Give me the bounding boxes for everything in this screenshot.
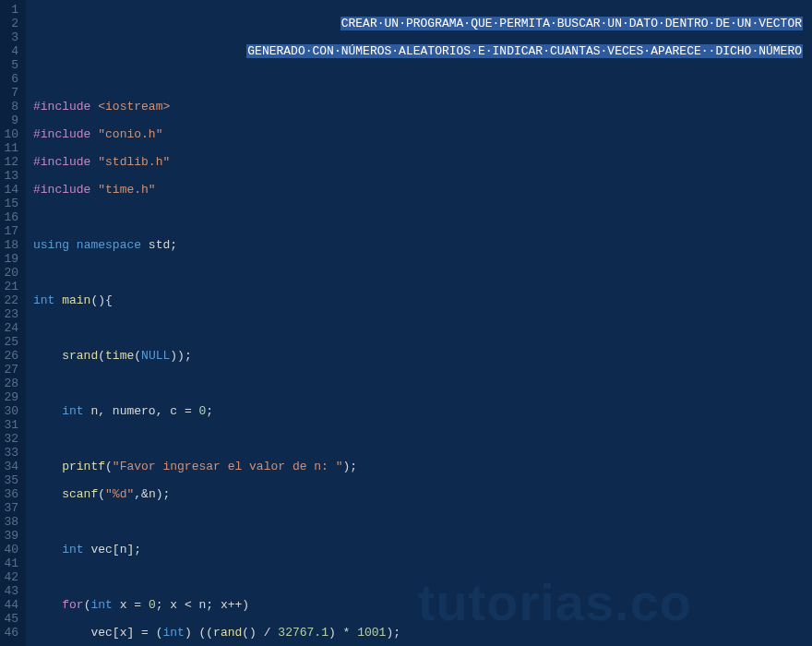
line-number: 22 <box>4 293 18 307</box>
line-number: 24 <box>4 321 18 335</box>
header-line-1: CREAR·UN·PROGRAMA·QUE·PERMITA·BUSCAR·UN·… <box>33 17 808 30</box>
line-number: 1 <box>4 3 18 17</box>
blank-line <box>33 432 808 446</box>
vec-assign: vec[x] = (int) ((rand() / 32767.1) * 100… <box>33 626 808 640</box>
srand-call: srand(time(NULL)); <box>33 349 808 363</box>
line-number: 40 <box>4 543 18 556</box>
line-number: 30 <box>4 404 18 418</box>
line-number: 2 <box>4 17 18 30</box>
blank-line <box>33 377 808 390</box>
line-number: 5 <box>4 58 18 72</box>
line-number: 13 <box>4 169 18 183</box>
printf-prompt-n: printf("Favor ingresar el valor de n: ")… <box>33 460 808 473</box>
line-number: 7 <box>4 86 18 100</box>
line-number: 11 <box>4 141 18 155</box>
line-number: 9 <box>4 114 18 127</box>
line-number: 37 <box>4 501 18 515</box>
line-number: 25 <box>4 335 18 349</box>
scanf-n: scanf("%d",&n); <box>33 487 808 501</box>
line-number: 43 <box>4 584 18 598</box>
line-number: 23 <box>4 307 18 321</box>
main-decl: int main(){ <box>33 293 808 307</box>
include-time: #include "time.h" <box>33 183 808 197</box>
line-number: 36 <box>4 487 18 501</box>
header-line-2: GENERADO·CON·NÚMEROS·ALEATORIOS·E·INDICA… <box>33 44 808 58</box>
line-number: 18 <box>4 238 18 252</box>
blank-line <box>33 72 808 86</box>
vec-decl: int vec[n]; <box>33 543 808 556</box>
line-number: 28 <box>4 377 18 390</box>
using-namespace: using namespace std; <box>33 238 808 252</box>
line-number: 15 <box>4 197 18 210</box>
blank-line <box>33 210 808 224</box>
include-conio: #include "conio.h" <box>33 127 808 141</box>
line-number: 21 <box>4 280 18 293</box>
line-number: 17 <box>4 224 18 238</box>
line-number: 33 <box>4 446 18 460</box>
line-number: 34 <box>4 460 18 473</box>
line-number: 20 <box>4 266 18 280</box>
line-number: 14 <box>4 183 18 197</box>
line-number: 45 <box>4 612 18 626</box>
code-editor-area[interactable]: CREAR·UN·PROGRAMA·QUE·PERMITA·BUSCAR·UN·… <box>26 0 812 646</box>
line-number: 3 <box>4 30 18 44</box>
for-fill: for(int x = 0; x < n; x++) <box>33 598 808 612</box>
blank-line <box>33 266 808 280</box>
line-number: 38 <box>4 515 18 529</box>
include-iostream: #include <iostream> <box>33 100 808 114</box>
line-number: 4 <box>4 44 18 58</box>
blank-line <box>33 321 808 335</box>
include-stdlib: #include "stdlib.h" <box>33 155 808 169</box>
line-number: 29 <box>4 390 18 404</box>
var-decl: int n, numero, c = 0; <box>33 404 808 418</box>
line-number: 16 <box>4 210 18 224</box>
line-number: 10 <box>4 127 18 141</box>
line-number: 19 <box>4 252 18 266</box>
line-number: 35 <box>4 473 18 487</box>
line-number: 44 <box>4 598 18 612</box>
line-number: 26 <box>4 349 18 363</box>
line-number: 8 <box>4 100 18 114</box>
line-number: 46 <box>4 626 18 640</box>
line-number: 42 <box>4 570 18 584</box>
line-number: 12 <box>4 155 18 169</box>
blank-line <box>33 570 808 584</box>
line-number: 32 <box>4 432 18 446</box>
blank-line <box>33 515 808 529</box>
line-number: 41 <box>4 556 18 570</box>
line-number-gutter: 1234567891011121314151617181920212223242… <box>0 0 26 646</box>
line-number: 6 <box>4 72 18 86</box>
line-number: 27 <box>4 363 18 377</box>
line-number: 31 <box>4 418 18 432</box>
line-number: 39 <box>4 529 18 543</box>
